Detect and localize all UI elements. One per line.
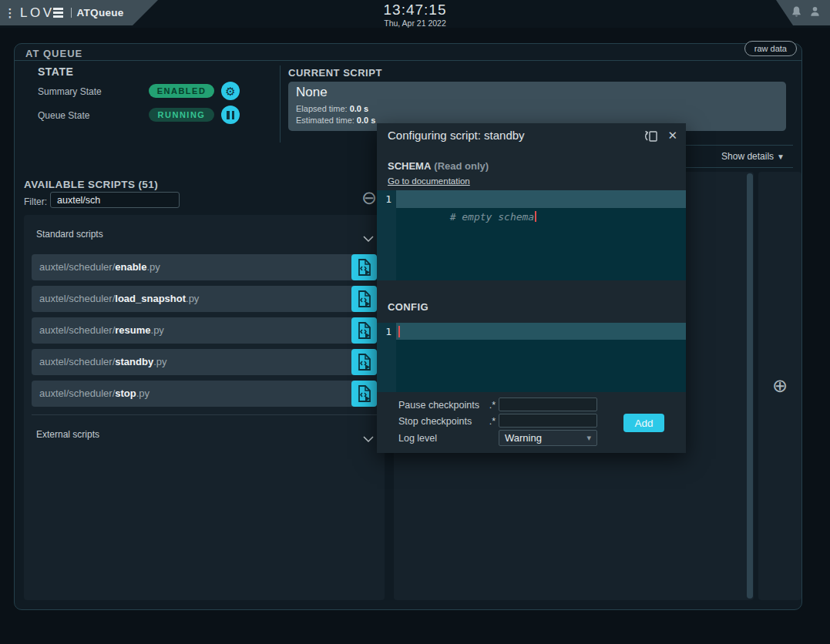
available-scripts-panel: Standard scripts auxtel/scheduler/enable… <box>24 215 385 600</box>
collapse-column-icon[interactable]: ⊖ <box>361 187 377 209</box>
panel-title: AT QUEUE <box>25 48 82 59</box>
log-level-select[interactable]: Warning ▾ <box>499 430 597 446</box>
log-level-value: Warning <box>505 431 542 445</box>
script-path: auxtel/scheduler/resume.py <box>39 317 164 344</box>
script-launch-icon <box>358 259 371 276</box>
launch-script-button[interactable] <box>351 349 377 375</box>
pause-checkpoints-label: Pause checkpoints <box>398 400 479 411</box>
script-path: auxtel/scheduler/enable.py <box>39 254 160 280</box>
estimated-time-value: 0.0 s <box>357 116 375 125</box>
scripts-group-divider <box>32 414 377 415</box>
clock-time: 13:47:15 <box>384 2 447 18</box>
queue-state-label: Queue State <box>38 110 89 121</box>
chevron-down-icon[interactable] <box>363 231 374 245</box>
queue-state-badge: RUNNING <box>149 108 214 122</box>
script-path: auxtel/scheduler/stop.py <box>39 381 150 407</box>
clock-date: Thu, Apr 21 2022 <box>384 18 447 28</box>
dropdown-arrow-icon: ▾ <box>586 431 591 445</box>
schema-readonly-note: (Read only) <box>434 160 489 172</box>
text-caret <box>535 211 536 222</box>
script-row[interactable]: auxtel/scheduler/standby.py <box>32 349 377 375</box>
state-divider <box>280 65 281 143</box>
modal-title: Configuring script: standby <box>388 129 525 142</box>
filter-label: Filter: <box>24 196 47 207</box>
user-icon[interactable] <box>809 5 821 21</box>
chevron-down-icon[interactable] <box>363 431 374 445</box>
elapsed-time-value: 0.0 s <box>350 104 368 113</box>
script-launch-icon <box>358 290 371 307</box>
navbar-divider <box>71 8 72 18</box>
summary-state-badge: ENABLED <box>149 84 214 98</box>
launch-script-button[interactable] <box>351 381 377 407</box>
stop-checkpoints-hint: .* <box>475 416 496 427</box>
love-atqueue-screen: ⋮ LOV ATQueue 13:47:15 Thu, Apr 21 2022 … <box>0 0 830 644</box>
documentation-link[interactable]: Go to documentation <box>388 176 470 186</box>
raw-data-button[interactable]: raw data <box>744 41 797 56</box>
pause-queue-button[interactable] <box>221 106 240 124</box>
stop-checkpoints-input[interactable] <box>499 414 597 428</box>
expand-column-icon[interactable]: ⊕ <box>772 375 788 397</box>
panel-header-divider <box>15 60 801 61</box>
available-scripts-title: AVAILABLE SCRIPTS (51) <box>24 179 158 190</box>
script-row[interactable]: auxtel/scheduler/enable.py <box>32 254 377 280</box>
show-details-label: Show details <box>721 151 774 162</box>
add-button[interactable]: Add <box>623 414 664 432</box>
scrollbar-thumb[interactable] <box>747 173 753 599</box>
estimated-time-label: Estimated time: <box>296 116 355 125</box>
schema-code-editor: 1 # empty schema <box>377 190 686 280</box>
script-row[interactable]: auxtel/scheduler/stop.py <box>32 381 377 407</box>
resize-icon[interactable] <box>644 130 658 146</box>
love-logo: LOV <box>20 5 55 21</box>
navbar-right-panel <box>758 0 830 25</box>
gear-icon: ⚙ <box>225 86 235 97</box>
current-script-name: None <box>296 85 328 100</box>
launch-script-button[interactable] <box>351 254 377 280</box>
close-icon[interactable]: ✕ <box>667 129 677 143</box>
text-caret <box>398 326 400 337</box>
elapsed-time-row: Elapsed time:0.0 s <box>296 104 368 113</box>
schema-title: SCHEMA <box>388 160 431 172</box>
notifications-bell-icon[interactable] <box>791 5 802 21</box>
top-navbar: ⋮ LOV ATQueue 13:47:15 Thu, Apr 21 2022 <box>0 0 830 28</box>
standard-scripts-header[interactable]: Standard scripts <box>36 229 103 240</box>
script-path: auxtel/scheduler/load_snapshot.py <box>39 286 199 312</box>
show-details-toggle[interactable]: Show details▼ <box>721 151 785 162</box>
current-script-title: CURRENT SCRIPT <box>288 67 382 79</box>
configure-script-modal: Configuring script: standby ✕ SCHEMA(Rea… <box>377 123 686 453</box>
active-line-highlight <box>396 323 686 340</box>
estimated-time-row: Estimated time:0.0 s <box>296 116 375 125</box>
pause-icon <box>227 111 234 119</box>
logo-e-bars-icon <box>53 8 63 18</box>
stop-checkpoints-label: Stop checkpoints <box>398 416 472 427</box>
script-path: auxtel/scheduler/standby.py <box>39 349 166 375</box>
filter-input[interactable] <box>50 192 180 208</box>
line-number: 1 <box>377 190 391 208</box>
state-section-title: STATE <box>38 65 73 78</box>
pause-checkpoints-hint: .* <box>475 400 496 411</box>
log-level-label: Log level <box>398 433 437 444</box>
config-section-title: CONFIG <box>388 301 428 313</box>
elapsed-time-label: Elapsed time: <box>296 104 348 113</box>
clock: 13:47:15 Thu, Apr 21 2022 <box>384 2 447 28</box>
summary-state-label: Summary State <box>38 86 102 97</box>
script-launch-icon <box>358 385 371 402</box>
script-launch-icon <box>358 322 371 339</box>
launch-script-button[interactable] <box>351 286 377 312</box>
external-scripts-header[interactable]: External scripts <box>36 429 99 440</box>
navbar-left-panel: ⋮ LOV ATQueue <box>0 0 163 25</box>
pause-checkpoints-input[interactable] <box>499 397 597 411</box>
script-row[interactable]: auxtel/scheduler/resume.py <box>32 317 377 344</box>
script-launch-icon <box>358 354 371 371</box>
line-number: 1 <box>377 323 391 340</box>
script-row[interactable]: auxtel/scheduler/load_snapshot.py <box>32 286 377 312</box>
schema-code-line: # empty schema <box>402 190 536 243</box>
summary-state-config-button[interactable]: ⚙ <box>221 82 240 100</box>
menu-icon[interactable]: ⋮ <box>0 6 20 20</box>
launch-script-button[interactable] <box>351 317 377 344</box>
app-title: ATQueue <box>77 7 124 18</box>
collapsed-column-panel: ⊕ <box>758 172 801 600</box>
config-code-editor[interactable]: 1 <box>377 323 686 392</box>
schema-section-title: SCHEMA(Read only) <box>388 160 489 172</box>
show-details-arrow-icon: ▼ <box>777 153 785 161</box>
